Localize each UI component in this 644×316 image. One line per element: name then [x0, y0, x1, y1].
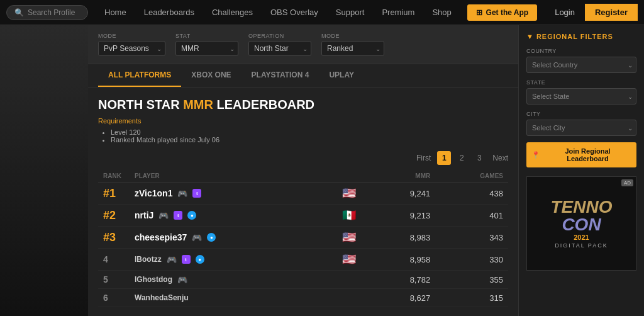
- table-row: 5lGhostdog🎮8,782355: [98, 271, 508, 289]
- mode2-filter-group: MODE Ranked: [321, 33, 384, 56]
- country-select-wrapper: Select Country: [526, 57, 636, 73]
- pagination-first[interactable]: First: [416, 154, 431, 162]
- state-select-wrapper: Select State: [526, 88, 636, 104]
- page-1[interactable]: 1: [437, 151, 451, 165]
- mode-label: MODE: [98, 33, 165, 39]
- get-app-button[interactable]: ⊞ Get the App: [467, 4, 538, 21]
- flag-cell: [330, 289, 368, 307]
- twitch-icon: t: [192, 189, 201, 198]
- mode2-select-wrapper: Ranked: [321, 41, 384, 56]
- operation-select[interactable]: North Star: [248, 41, 311, 56]
- rank-cell: #3: [98, 227, 130, 249]
- mmr-cell: 8,627: [368, 289, 435, 307]
- playstation-icon: 🎮: [192, 233, 202, 242]
- nav-home[interactable]: Home: [96, 0, 135, 25]
- join-regional-button[interactable]: 📍 Join Regional Leaderboard: [526, 142, 636, 167]
- regional-filters-title: ▼ REGIONAL FILTERS: [526, 33, 636, 40]
- page-2[interactable]: 2: [455, 151, 469, 165]
- ad-digital-pack: DIGITAL PACK: [551, 242, 613, 249]
- nav-obs-overlay[interactable]: OBS Overlay: [262, 0, 327, 25]
- tab-xbox-one[interactable]: Xbox One: [181, 64, 241, 87]
- city-filter-section: CITY Select City: [526, 111, 636, 136]
- requirements-label: Requirements: [98, 117, 508, 125]
- flag-cell: 🇺🇸: [330, 183, 368, 205]
- operation-select-wrapper: North Star: [248, 41, 311, 56]
- pagination-row: First 1 2 3 Next: [98, 151, 508, 165]
- twitch-icon: t: [174, 211, 182, 220]
- player-name[interactable]: cheesepie37: [135, 232, 187, 242]
- mmr-cell: 9,241: [368, 183, 435, 205]
- search-icon: 🔍: [14, 8, 24, 17]
- nav-auth: Login Register: [545, 4, 638, 21]
- uplay-icon: ●: [196, 255, 204, 264]
- pagination-next[interactable]: Next: [492, 154, 508, 162]
- tab-all-platforms[interactable]: All Platforms: [98, 64, 181, 87]
- city-select-wrapper: Select City: [526, 120, 636, 136]
- games-cell: 401: [435, 205, 508, 227]
- twitch-icon: t: [182, 255, 191, 264]
- player-name[interactable]: nrtiJ: [135, 210, 153, 220]
- location-icon: 📍: [531, 151, 540, 159]
- mode-filter-group: MODE PvP Seasons: [98, 33, 165, 56]
- stat-select[interactable]: MMR: [175, 41, 238, 56]
- mode-select[interactable]: PvP Seasons: [98, 41, 165, 56]
- country-label: COUNTRY: [526, 48, 636, 54]
- country-select[interactable]: Select Country: [526, 57, 636, 73]
- requirements-list: Level 120 Ranked Match played since July…: [98, 128, 508, 144]
- right-panel: ▼ REGIONAL FILTERS COUNTRY Select Countr…: [518, 25, 644, 316]
- join-regional-label: Join Regional Leaderboard: [544, 147, 631, 162]
- state-label: STATE: [526, 79, 636, 86]
- nav-leaderboards[interactable]: Leaderboards: [135, 0, 203, 25]
- tab-uplay[interactable]: Uplay: [319, 64, 364, 87]
- player-cell: WanhedaSenju: [130, 289, 330, 307]
- search-profile-btn[interactable]: 🔍 Search Profile: [6, 5, 88, 20]
- nav-support[interactable]: Support: [327, 0, 374, 25]
- title-prefix: NORTH STAR: [98, 98, 183, 111]
- player-name[interactable]: WanhedaSenju: [135, 293, 189, 302]
- table-header: Rank Player MMR Games: [98, 170, 508, 183]
- table-row: #1zVic1on1🎮t🇺🇸9,241438: [98, 183, 508, 205]
- city-select[interactable]: Select City: [526, 120, 636, 136]
- flag-cell: 🇺🇸: [330, 249, 368, 271]
- leaderboard-content: NORTH STAR MMR LEADERBOARD Requirements …: [88, 87, 518, 316]
- table-row: 6WanhedaSenju8,627315: [98, 289, 508, 307]
- col-flag-spacer: [330, 170, 368, 183]
- mode2-select[interactable]: Ranked: [321, 41, 384, 56]
- nav-shop[interactable]: Shop: [423, 0, 460, 25]
- playstation-icon: 🎮: [177, 189, 187, 198]
- player-name[interactable]: lBootzz: [135, 255, 162, 264]
- operation-filter-group: OPERATION North Star: [248, 33, 311, 56]
- state-select[interactable]: Select State: [526, 88, 636, 104]
- nav-links: Home Leaderboards Challenges OBS Overlay…: [96, 0, 462, 25]
- left-panel: [0, 25, 88, 316]
- leaderboard-title: NORTH STAR MMR LEADERBOARD: [98, 98, 508, 112]
- nav-premium[interactable]: Premium: [373, 0, 423, 25]
- player-name[interactable]: lGhostdog: [135, 275, 172, 284]
- windows-icon: ⊞: [476, 8, 482, 17]
- player-cell: cheesepie37🎮●: [130, 227, 330, 249]
- login-button[interactable]: Login: [545, 4, 585, 21]
- filters-row: MODE PvP Seasons STAT MMR OPERATION: [88, 25, 518, 64]
- mode2-label: MODE: [321, 33, 384, 39]
- flag-cell: [330, 271, 368, 289]
- mmr-cell: 9,213: [368, 205, 435, 227]
- search-profile-label: Search Profile: [28, 8, 75, 17]
- nav-challenges[interactable]: Challenges: [203, 0, 262, 25]
- col-mmr: MMR: [368, 170, 435, 183]
- col-player: Player: [130, 170, 330, 183]
- tab-playstation4[interactable]: PlayStation 4: [242, 64, 319, 87]
- ad-year: 2021: [551, 234, 613, 241]
- leaderboard-table: Rank Player MMR Games #1zVic1on1🎮t🇺🇸9,24…: [98, 170, 508, 307]
- mmr-cell: 8,782: [368, 271, 435, 289]
- navbar: 🔍 Search Profile Home Leaderboards Chall…: [0, 0, 644, 25]
- get-app-label: Get the App: [486, 8, 529, 17]
- games-cell: 315: [435, 289, 508, 307]
- player-cell: lBootzz🎮t●: [130, 249, 330, 271]
- ad-badge: AD: [621, 179, 633, 186]
- table-row: 4lBootzz🎮t●🇺🇸8,958330: [98, 249, 508, 271]
- page-3[interactable]: 3: [472, 151, 486, 165]
- stat-filter-group: STAT MMR: [175, 33, 238, 56]
- player-name[interactable]: zVic1on1: [135, 188, 172, 198]
- register-button[interactable]: Register: [585, 4, 638, 21]
- flag-cell: 🇲🇽: [330, 205, 368, 227]
